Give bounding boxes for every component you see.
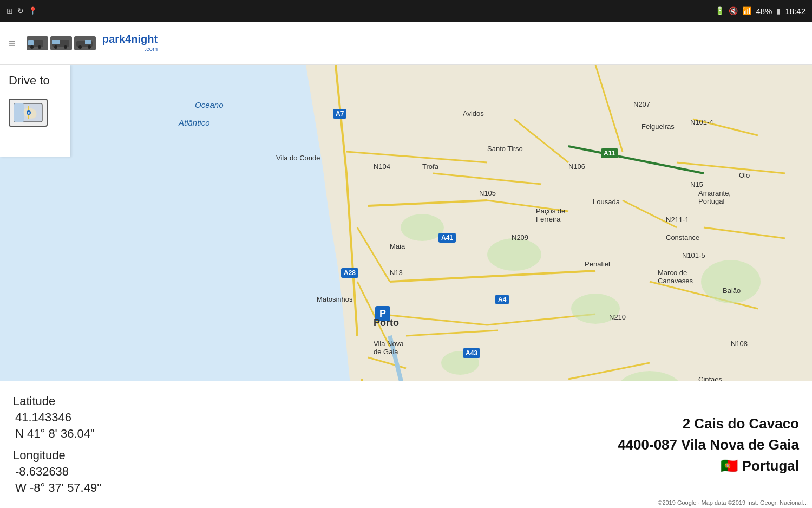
- address-country: Portugal: [742, 458, 799, 474]
- lng-value: -8.632638: [15, 465, 393, 479]
- lat-value: 41.143346: [15, 411, 393, 425]
- battery-percent: 48%: [756, 6, 772, 16]
- svg-rect-45: [14, 103, 24, 122]
- svg-point-6: [54, 45, 57, 49]
- vehicle-2-icon: [50, 36, 72, 50]
- svg-rect-9: [85, 40, 91, 44]
- svg-point-41: [701, 260, 761, 303]
- vehicle-3-icon: [74, 36, 96, 50]
- svg-point-2: [30, 45, 34, 49]
- map-label-n106: N106: [568, 162, 585, 171]
- grid-icon: ⊞: [6, 6, 13, 15]
- drive-to-panel: Drive to P: [0, 65, 70, 157]
- map-label-a7: A7: [333, 109, 346, 118]
- map-label-baiao: Baião: [723, 286, 741, 295]
- svg-point-10: [78, 45, 82, 49]
- menu-button[interactable]: ≡: [9, 36, 16, 50]
- map-label-constance: Constance: [666, 233, 699, 242]
- map-label-n207: N207: [633, 100, 650, 108]
- map-label-trofa: Trofa: [422, 162, 438, 171]
- map-label-vilanova: Vila Novade Gaia: [374, 340, 403, 356]
- ocean-label-1: Oceano: [195, 100, 224, 109]
- svg-text:P: P: [28, 112, 30, 115]
- logo-text: park4night: [102, 33, 158, 45]
- drive-to-label: Drive to: [9, 74, 62, 88]
- svg-point-11: [88, 45, 91, 49]
- battery-full-icon: 🔋: [715, 6, 724, 15]
- map-preview-icon: P: [14, 103, 43, 122]
- map-icon: 📍: [28, 6, 37, 15]
- map-label-a28: A28: [341, 269, 358, 277]
- address-section: 2 Cais do Cavaco 4400-087 Vila Nova de G…: [406, 381, 812, 508]
- map-label-n15: N15: [690, 180, 703, 188]
- map-label-porto: Porto: [374, 317, 399, 329]
- map-label-a4: A4: [495, 295, 509, 303]
- map-container[interactable]: P Oceano Atlântico A7 N207 N101-4 Avidos…: [0, 65, 812, 508]
- logo-com: .com: [145, 45, 158, 52]
- portugal-flag: 🇵🇹: [721, 458, 738, 474]
- map-label-felgueiras: Felgueiras: [641, 122, 675, 131]
- svg-point-36: [401, 214, 444, 241]
- map-label-a43: A43: [463, 349, 480, 357]
- lat-label: Latitude: [13, 394, 393, 408]
- battery-icon: ▮: [776, 6, 781, 15]
- drive-to-icon[interactable]: P: [9, 99, 48, 127]
- map-label-amarante: Amarante,Portugal: [698, 189, 731, 205]
- map-label-marco: Marco deCanaveses: [658, 269, 693, 285]
- map-label-n209: N209: [512, 233, 528, 242]
- rotate-icon: ↻: [17, 6, 24, 15]
- map-label-olo: Olo: [739, 171, 750, 179]
- svg-point-37: [487, 238, 541, 271]
- map-copyright: ©2019 Google · Map data ©2019 Inst. Geog…: [653, 497, 812, 508]
- ocean-label-2: Atlântico: [179, 118, 210, 127]
- lat-dms: N 41° 8' 36.04": [15, 427, 393, 441]
- address-country-row: 🇵🇹 Portugal: [721, 458, 799, 474]
- map-label-n13: N13: [390, 269, 403, 277]
- map-label-n1015: N101-5: [682, 251, 705, 259]
- map-label-maia: Maia: [390, 242, 405, 250]
- map-label-n108: N108: [731, 340, 748, 348]
- map-label-n210: N210: [609, 313, 626, 321]
- map-label-a41: A41: [438, 233, 456, 242]
- app-bar: ≡: [0, 22, 812, 65]
- address-street: 2 Cais do Cavaco: [683, 415, 799, 432]
- lng-dms: W -8° 37' 57.49": [15, 481, 393, 495]
- svg-rect-1: [28, 40, 34, 45]
- status-bar: ⊞ ↻ 📍 🔋 🔇 📶 48% ▮ 18:42: [0, 0, 812, 22]
- map-label-lousada: Lousada: [593, 198, 620, 206]
- wifi-icon: 📶: [742, 6, 751, 15]
- coordinates-section: Latitude 41.143346 N 41° 8' 36.04" Longi…: [0, 381, 406, 508]
- lng-label: Longitude: [13, 448, 393, 463]
- map-label-santotirso: Santo Tirso: [487, 145, 523, 153]
- info-bar: Latitude 41.143346 N 41° 8' 36.04" Longi…: [0, 381, 812, 508]
- logo: park4night .com: [27, 33, 158, 53]
- svg-point-7: [64, 45, 67, 49]
- map-label-pacos: Paços deFerreira: [536, 207, 565, 223]
- svg-point-3: [38, 45, 41, 49]
- map-label-matosinhos: Matosinhos: [317, 295, 352, 303]
- address-postal-city: 4400-087 Vila Nova de Gaia: [618, 437, 799, 453]
- svg-rect-5: [52, 40, 60, 44]
- map-label-penafiel: Penafiel: [585, 260, 610, 268]
- map-label-n104: N104: [374, 162, 390, 171]
- map-label-a11: A11: [601, 149, 618, 157]
- map-label-viladoconde: Vila do Conde: [276, 154, 320, 162]
- clock: 18:42: [785, 6, 806, 16]
- logo-vehicles: [27, 36, 96, 50]
- vehicle-1-icon: [27, 36, 48, 50]
- map-label-n105: N105: [479, 189, 496, 197]
- mute-icon: 🔇: [729, 6, 738, 15]
- map-label-avidos: Avidos: [463, 109, 484, 118]
- map-label-n2111: N211-1: [666, 216, 689, 224]
- map-label-n101-4: N101-4: [690, 118, 713, 126]
